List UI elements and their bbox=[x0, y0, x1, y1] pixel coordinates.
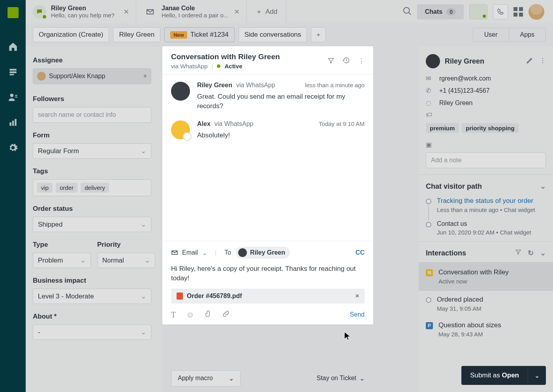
followers-input[interactable] bbox=[33, 107, 151, 123]
message-body: Absolutely! bbox=[197, 131, 365, 140]
avatar bbox=[37, 72, 46, 81]
status-badge-pending: P bbox=[426, 322, 433, 329]
chevron-down-icon: ⌄ bbox=[141, 328, 146, 336]
filter-icon[interactable] bbox=[327, 57, 335, 66]
svg-rect-8 bbox=[15, 119, 16, 126]
tab-requester[interactable]: Riley Green bbox=[113, 27, 160, 42]
stay-on-ticket-button[interactable]: Stay on Ticket⌄ bbox=[317, 375, 365, 382]
chats-button[interactable]: Chats0 bbox=[417, 4, 464, 19]
filter-icon[interactable] bbox=[515, 249, 521, 257]
nav-views-icon[interactable] bbox=[0, 59, 26, 84]
conversations-icon[interactable] bbox=[469, 4, 487, 19]
assignee-field[interactable]: Support/Alex Knapp× bbox=[33, 68, 151, 84]
to-recipient-chip[interactable]: Riley Green bbox=[236, 247, 290, 259]
refresh-icon[interactable]: ↻ bbox=[528, 249, 534, 257]
requester-avatar bbox=[426, 54, 440, 68]
tab-ticket[interactable]: NewTicket #1234 bbox=[164, 27, 234, 42]
tab-chat[interactable]: Riley GreenHello, can you help me? × bbox=[26, 0, 136, 23]
type-label: Type bbox=[33, 241, 91, 249]
history-icon[interactable] bbox=[342, 56, 350, 66]
apply-macro-button[interactable]: Apply macro⌄ bbox=[171, 370, 241, 386]
interaction-item[interactable]: NConversation with RileyActive now bbox=[419, 262, 553, 291]
chevron-down-icon: ⌄ bbox=[80, 256, 86, 264]
interaction-item[interactable]: PQuestion about sizesMay 28, 9:43 AM bbox=[419, 317, 553, 342]
status-dot-icon bbox=[217, 64, 220, 68]
submit-dropdown[interactable]: ⌄ bbox=[528, 366, 546, 385]
mail-icon: ✉ bbox=[426, 75, 434, 82]
attachment-chip[interactable]: Order #456789.pdf× bbox=[171, 289, 365, 304]
tab-mail[interactable]: Janae ColeHello, I ordered a pair o... × bbox=[136, 0, 247, 23]
cc-button[interactable]: CC bbox=[356, 249, 365, 256]
chevron-down-icon[interactable]: ⌄ bbox=[540, 182, 546, 191]
phone-icon[interactable] bbox=[493, 4, 508, 19]
nav-customers-icon[interactable] bbox=[0, 84, 26, 110]
ticket-properties-panel: Assignee Support/Alex Knapp× Followers F… bbox=[26, 46, 162, 392]
apps-grid-icon[interactable] bbox=[514, 7, 523, 17]
apps-tab[interactable]: Apps bbox=[509, 28, 545, 41]
new-badge: New bbox=[170, 31, 187, 39]
link-icon[interactable] bbox=[222, 310, 230, 320]
user-tag[interactable]: priority shopping bbox=[462, 123, 518, 133]
form-select[interactable]: Regular Form⌄ bbox=[33, 143, 151, 159]
tags-field[interactable]: viporderdelivery bbox=[33, 179, 151, 196]
profile-avatar[interactable] bbox=[529, 4, 544, 20]
add-note-input[interactable]: Add a note bbox=[426, 152, 546, 168]
tag-chip[interactable]: vip bbox=[37, 183, 53, 193]
nav-admin-icon[interactable] bbox=[0, 135, 26, 160]
mail-icon bbox=[143, 5, 157, 19]
close-icon[interactable]: × bbox=[234, 8, 239, 16]
tags-label: Tags bbox=[33, 167, 155, 175]
attach-icon[interactable] bbox=[205, 310, 212, 320]
tag-chip[interactable]: order bbox=[56, 183, 77, 193]
edit-icon[interactable] bbox=[526, 57, 533, 66]
send-button[interactable]: Send bbox=[350, 311, 365, 318]
channel-select[interactable]: Email⌄ bbox=[171, 249, 207, 257]
timeline-dot bbox=[426, 222, 431, 227]
clear-icon[interactable]: × bbox=[143, 73, 147, 80]
close-icon[interactable]: × bbox=[124, 8, 129, 16]
tag-chip[interactable]: delivery bbox=[81, 183, 109, 193]
about-select[interactable]: -⌄ bbox=[33, 324, 151, 340]
text-format-icon[interactable]: T bbox=[171, 310, 176, 319]
chat-bubble-icon bbox=[33, 5, 46, 19]
phone-icon: ✆ bbox=[426, 87, 434, 94]
tab-side-conversations[interactable]: Side conversations bbox=[239, 27, 307, 42]
user-tag[interactable]: premium bbox=[426, 123, 459, 133]
add-side-conversation[interactable]: ＋ bbox=[311, 27, 326, 42]
path-title: Contact us bbox=[437, 220, 531, 227]
add-tab-button[interactable]: ＋Add bbox=[247, 0, 286, 23]
more-icon[interactable]: ⋮ bbox=[358, 57, 365, 65]
plus-icon: ＋ bbox=[256, 7, 262, 16]
svg-rect-6 bbox=[9, 122, 11, 126]
order-status-select[interactable]: Shipped⌄ bbox=[33, 217, 151, 232]
chevron-down-icon: ⌄ bbox=[141, 292, 146, 300]
type-select[interactable]: Problem⌄ bbox=[33, 253, 91, 268]
svg-rect-7 bbox=[12, 121, 13, 126]
message-timestamp: less than a minute ago bbox=[305, 82, 365, 88]
user-tab[interactable]: User bbox=[473, 28, 509, 41]
chevron-down-icon: ⌄ bbox=[202, 249, 207, 257]
chevron-down-icon[interactable]: ⌄ bbox=[540, 249, 546, 257]
chevron-down-icon: ⌄ bbox=[141, 147, 146, 155]
tab-organization[interactable]: Organization (Create) bbox=[33, 27, 109, 42]
to-label: To bbox=[224, 249, 231, 256]
path-meta: Jun 10, 2020 9:02 AM • Chat widget bbox=[437, 229, 531, 236]
impact-select[interactable]: Level 3 - Moderate⌄ bbox=[33, 289, 151, 304]
tab-title: Janae Cole bbox=[162, 5, 228, 12]
remove-attachment-icon[interactable]: × bbox=[356, 293, 359, 300]
path-link[interactable]: Tracking the status of your order bbox=[437, 197, 535, 205]
submit-button[interactable]: Submit as Open bbox=[461, 366, 528, 385]
interaction-item[interactable]: Ordered placedMay 31, 9:05 AM bbox=[419, 291, 553, 317]
mouse-cursor bbox=[344, 331, 352, 343]
timeline-dot bbox=[426, 297, 431, 303]
nav-home-icon[interactable] bbox=[0, 34, 26, 59]
emoji-icon[interactable]: ☺ bbox=[186, 310, 194, 319]
nav-reports-icon[interactable] bbox=[0, 110, 26, 135]
search-icon[interactable] bbox=[403, 7, 412, 17]
composer-body[interactable]: Hi Riley, here's a copy of your receipt.… bbox=[171, 264, 365, 283]
order-status-label: Order status bbox=[33, 205, 155, 213]
status-badge-new: N bbox=[426, 269, 433, 276]
svg-rect-0 bbox=[9, 69, 16, 70]
more-icon[interactable]: ⋮ bbox=[540, 57, 546, 66]
priority-select[interactable]: Normal⌄ bbox=[97, 253, 155, 268]
